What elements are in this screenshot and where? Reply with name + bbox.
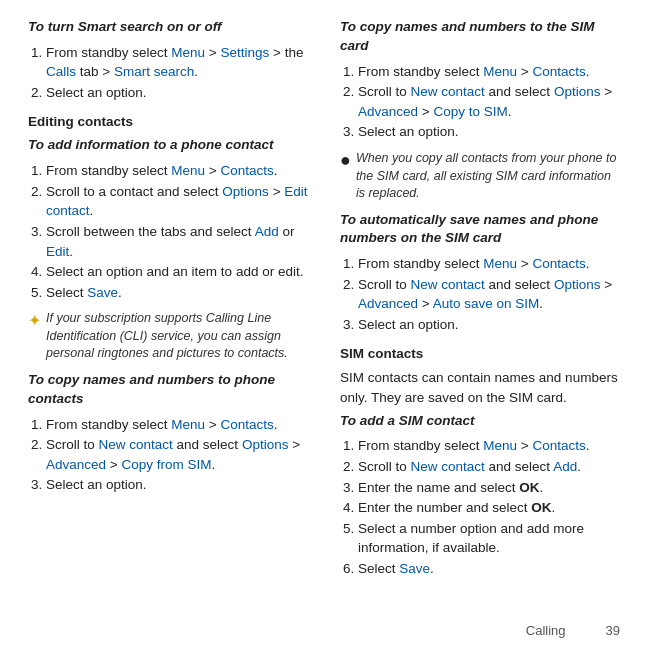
list-item: Enter the number and select OK. bbox=[358, 498, 620, 518]
column-0: To turn Smart search on or offFrom stand… bbox=[28, 18, 324, 613]
ordered-list: From standby select Menu > Contacts.Scro… bbox=[358, 254, 620, 334]
link-text[interactable]: Options bbox=[554, 84, 601, 99]
list-item: Select an option. bbox=[46, 475, 308, 495]
list-item: Scroll to New contact and select Add. bbox=[358, 457, 620, 477]
link-text[interactable]: New contact bbox=[411, 459, 485, 474]
bullet-icon: ● bbox=[340, 151, 351, 169]
link-text[interactable]: Edit contact bbox=[46, 184, 308, 219]
italic-bold-title: To turn Smart search on or off bbox=[28, 18, 308, 37]
link-text[interactable]: Advanced bbox=[358, 104, 418, 119]
list-item: Select an option and an item to add or e… bbox=[46, 262, 308, 282]
list-item: From standby select Menu > Contacts. bbox=[358, 254, 620, 274]
link-text[interactable]: New contact bbox=[99, 437, 173, 452]
note-sun-text: If your subscription supports Calling Li… bbox=[46, 310, 308, 363]
list-item: Select an option. bbox=[358, 122, 620, 142]
link-text[interactable]: Contacts bbox=[532, 438, 585, 453]
link-text[interactable]: Contacts bbox=[532, 256, 585, 271]
link-text[interactable]: Settings bbox=[220, 45, 269, 60]
list-item: From standby select Menu > Contacts. bbox=[46, 161, 308, 181]
ordered-list: From standby select Menu > Contacts.Scro… bbox=[358, 62, 620, 142]
link-text[interactable]: Copy to SIM bbox=[433, 104, 507, 119]
note-sun-box: ✦If your subscription supports Calling L… bbox=[28, 310, 308, 363]
list-item: From standby select Menu > Contacts. bbox=[358, 436, 620, 456]
page: To turn Smart search on or offFrom stand… bbox=[0, 0, 648, 652]
link-text[interactable]: Advanced bbox=[358, 296, 418, 311]
link-text[interactable]: Menu bbox=[483, 64, 517, 79]
plain-text: SIM contacts can contain names and numbe… bbox=[340, 368, 620, 407]
italic-bold-title: To automatically save names and phone nu… bbox=[340, 211, 620, 249]
link-text[interactable]: Options bbox=[222, 184, 269, 199]
ordered-list: From standby select Menu > Contacts.Scro… bbox=[358, 436, 620, 578]
note-bullet-text: When you copy all contacts from your pho… bbox=[356, 150, 620, 203]
ordered-list: From standby select Menu > Contacts.Scro… bbox=[46, 415, 308, 495]
link-text[interactable]: Contacts bbox=[220, 417, 273, 432]
list-item: Select Save. bbox=[46, 283, 308, 303]
link-text[interactable]: New contact bbox=[411, 277, 485, 292]
list-item: Scroll to New contact and select Options… bbox=[46, 435, 308, 474]
list-item: From standby select Menu > Settings > th… bbox=[46, 43, 308, 82]
list-item: Select a number option and add more info… bbox=[358, 519, 620, 558]
list-item: Scroll to New contact and select Options… bbox=[358, 82, 620, 121]
bold-title: Editing contacts bbox=[28, 113, 308, 132]
link-text[interactable]: Save bbox=[87, 285, 118, 300]
ordered-list: From standby select Menu > Settings > th… bbox=[46, 43, 308, 103]
link-text[interactable]: Copy from SIM bbox=[121, 457, 211, 472]
list-item: From standby select Menu > Contacts. bbox=[46, 415, 308, 435]
link-text[interactable]: Smart search bbox=[114, 64, 194, 79]
footer-label: Calling bbox=[526, 623, 566, 638]
link-text[interactable]: Save bbox=[399, 561, 430, 576]
sun-icon: ✦ bbox=[28, 311, 41, 330]
column-1: To copy names and numbers to the SIM car… bbox=[324, 18, 620, 613]
link-text[interactable]: Edit bbox=[46, 244, 69, 259]
list-item: From standby select Menu > Contacts. bbox=[358, 62, 620, 82]
list-item: Scroll between the tabs and select Add o… bbox=[46, 222, 308, 261]
link-text[interactable]: Advanced bbox=[46, 457, 106, 472]
italic-bold-title: To copy names and numbers to the SIM car… bbox=[340, 18, 620, 56]
ordered-list: From standby select Menu > Contacts.Scro… bbox=[46, 161, 308, 302]
link-text[interactable]: Menu bbox=[171, 163, 205, 178]
link-text[interactable]: Contacts bbox=[532, 64, 585, 79]
link-text[interactable]: Auto save on SIM bbox=[433, 296, 540, 311]
link-text[interactable]: Menu bbox=[483, 438, 517, 453]
link-text[interactable]: Add bbox=[255, 224, 279, 239]
link-text[interactable]: Menu bbox=[171, 45, 205, 60]
footer: Calling 39 bbox=[28, 619, 620, 638]
list-item: Enter the name and select OK. bbox=[358, 478, 620, 498]
note-bullet-box: ●When you copy all contacts from your ph… bbox=[340, 150, 620, 203]
list-item: Select Save. bbox=[358, 559, 620, 579]
link-text[interactable]: Menu bbox=[171, 417, 205, 432]
italic-bold-title: To add information to a phone contact bbox=[28, 136, 308, 155]
link-text[interactable]: Contacts bbox=[220, 163, 273, 178]
link-text[interactable]: New contact bbox=[411, 84, 485, 99]
content-columns: To turn Smart search on or offFrom stand… bbox=[28, 18, 620, 613]
bold-text: OK bbox=[519, 480, 539, 495]
list-item: Select an option. bbox=[46, 83, 308, 103]
bold-title: SIM contacts bbox=[340, 345, 620, 364]
italic-bold-title: To add a SIM contact bbox=[340, 412, 620, 431]
list-item: Scroll to a contact and select Options >… bbox=[46, 182, 308, 221]
link-text[interactable]: Add bbox=[553, 459, 577, 474]
list-item: Scroll to New contact and select Options… bbox=[358, 275, 620, 314]
bold-text: OK bbox=[531, 500, 551, 515]
link-text[interactable]: Options bbox=[242, 437, 289, 452]
link-text[interactable]: Menu bbox=[483, 256, 517, 271]
link-text[interactable]: Options bbox=[554, 277, 601, 292]
footer-page: 39 bbox=[606, 623, 620, 638]
link-text[interactable]: Calls bbox=[46, 64, 76, 79]
italic-bold-title: To copy names and numbers to phone conta… bbox=[28, 371, 308, 409]
list-item: Select an option. bbox=[358, 315, 620, 335]
